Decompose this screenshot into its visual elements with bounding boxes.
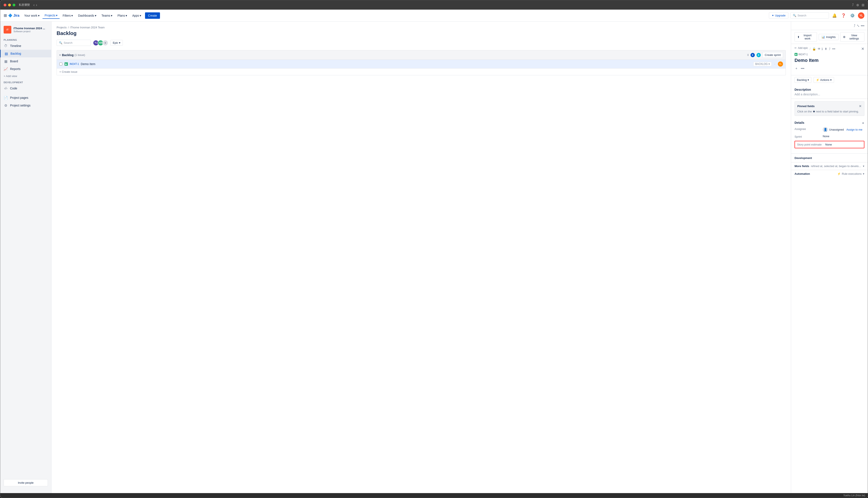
close-button[interactable] bbox=[4, 4, 7, 6]
details-chevron-icon: ▲ bbox=[862, 121, 864, 124]
back-button[interactable]: ‹ bbox=[33, 3, 35, 7]
share-icon[interactable]: ⤴ bbox=[852, 3, 854, 7]
more-fields-row[interactable]: More fields refined at, selected at, beg… bbox=[791, 162, 868, 170]
expand-icon[interactable]: ⤡ bbox=[857, 24, 859, 28]
sidebar-item-project-settings[interactable]: ⚙ Project settings bbox=[0, 102, 51, 109]
automation-label: Automation bbox=[794, 172, 810, 175]
chevron-down-icon: ▾ bbox=[830, 78, 832, 81]
add-epic-link[interactable]: ✏ Add epic bbox=[794, 47, 808, 50]
global-search-bar[interactable]: 🔍 Search bbox=[790, 12, 829, 18]
right-panel: ⤴ ⤡ ••• ⬆ Import work 📊 Insights bbox=[791, 22, 868, 493]
pages-icon: 📄 bbox=[4, 95, 8, 100]
logo-text: 🔷 Jira bbox=[8, 13, 20, 17]
chevron-down-icon: ▾ bbox=[768, 63, 770, 66]
pinned-fields-description: Click on the ★ next to a field label to … bbox=[797, 110, 861, 113]
create-button[interactable]: Create bbox=[145, 12, 160, 19]
nav-dashboards[interactable]: Dashboards ▾ bbox=[76, 13, 99, 18]
panel-top-bar: ⤴ ⤡ ••• bbox=[791, 22, 868, 30]
assignee-label: Assignee bbox=[794, 127, 820, 131]
nav-plans[interactable]: Plans ▾ bbox=[115, 13, 129, 18]
epic-filter-button[interactable]: Epic ▾ bbox=[111, 40, 123, 45]
more-actions-btn[interactable]: ••• bbox=[800, 66, 805, 71]
settings-icon[interactable]: ⚙️ bbox=[849, 12, 856, 19]
search-icon: 🔍 bbox=[793, 14, 796, 17]
issue-title[interactable]: Demo Item bbox=[81, 62, 95, 66]
nav-projects[interactable]: Projects ▾ bbox=[42, 12, 60, 19]
upgrade-button[interactable]: ✦ Upgrade bbox=[769, 12, 788, 18]
top-navigation: ⊞ 🔷 Jira Your work ▾ Projects ▾ Filters … bbox=[0, 10, 868, 22]
chevron-icon: ▾ bbox=[140, 14, 141, 17]
minimize-button[interactable] bbox=[8, 4, 11, 6]
breadcrumb-projects[interactable]: Projects bbox=[56, 26, 67, 29]
nav-filters[interactable]: Filters ▾ bbox=[61, 13, 75, 18]
nav-teams[interactable]: Teams ▾ bbox=[99, 13, 114, 18]
jira-logo[interactable]: ⊞ 🔷 Jira bbox=[4, 13, 20, 18]
issue-actions: BACKLOG ▾ - YL bbox=[753, 62, 783, 67]
issue-status-badge[interactable]: BACKLOG ▾ bbox=[753, 62, 772, 66]
issue-assignee-avatar[interactable]: YL bbox=[778, 62, 783, 67]
code-icon: ‹/› bbox=[4, 86, 8, 91]
window-title: 私密瀏覽 bbox=[19, 3, 30, 7]
edit-icon: ✏ bbox=[794, 47, 797, 50]
insights-button[interactable]: 📊 Insights bbox=[819, 34, 839, 40]
add-field-btn[interactable]: + bbox=[794, 66, 798, 71]
sidebar-item-reports[interactable]: 📈 Reports bbox=[0, 65, 51, 73]
backlog-search[interactable]: 🔍 Search bbox=[56, 40, 91, 46]
upload-icon[interactable]: ⬆ bbox=[825, 47, 827, 51]
invite-people-button[interactable]: Invite people bbox=[4, 479, 48, 486]
story-point-value[interactable]: None bbox=[825, 143, 832, 146]
view-settings-button[interactable]: ⚙ View settings bbox=[840, 32, 864, 42]
import-work-button[interactable]: ⬆ Import work bbox=[794, 32, 817, 42]
nav-apps[interactable]: Apps ▾ bbox=[130, 13, 143, 18]
apps-grid-icon[interactable]: ⊞ bbox=[4, 13, 7, 18]
sidebar-item-project-pages[interactable]: 📄 Project pages bbox=[0, 94, 51, 102]
automation-row[interactable]: Automation ⚡ Rule executions ▾ bbox=[791, 170, 868, 178]
share-icon2[interactable]: ⤴ bbox=[829, 47, 830, 51]
breadcrumb-separator: / bbox=[68, 26, 69, 29]
nav-your-work[interactable]: Your work ▾ bbox=[22, 13, 42, 18]
add-member-filter[interactable]: + bbox=[102, 40, 108, 46]
pinned-fields-close-icon[interactable]: ✕ bbox=[859, 104, 861, 108]
backlog-section-header[interactable]: ▾ Backlog (1 issue) 0 0 0 Create sprint bbox=[56, 50, 786, 60]
sidebar-item-backlog[interactable]: ▤ Backlog bbox=[0, 50, 51, 57]
plus-icon[interactable]: ⊕ bbox=[856, 3, 859, 7]
more-icon[interactable]: ••• bbox=[861, 24, 864, 28]
sidebar-item-timeline[interactable]: ⏱ Timeline bbox=[0, 42, 51, 50]
sprint-value[interactable]: None bbox=[823, 135, 829, 138]
add-view-btn[interactable]: + Add view bbox=[0, 73, 51, 79]
issue-checkbox[interactable] bbox=[59, 63, 62, 66]
notifications-icon[interactable]: 🔔 bbox=[831, 12, 838, 19]
issue-type-indicator: ▶ bbox=[794, 53, 797, 56]
main-layout: iT iThome Ironman 2024 ... Software proj… bbox=[0, 22, 868, 493]
description-section: Description Add a description... bbox=[791, 86, 868, 99]
create-issue-button[interactable]: + Create issue bbox=[56, 68, 786, 75]
user-avatar[interactable]: YL bbox=[858, 12, 864, 19]
maximize-button[interactable] bbox=[13, 4, 15, 6]
forward-button[interactable]: › bbox=[36, 3, 37, 7]
badge-teal: 0 bbox=[756, 53, 761, 57]
more-fields-detail: refined at, selected at, began to develo… bbox=[811, 165, 861, 168]
assign-me-link[interactable]: Assign to me bbox=[846, 128, 863, 131]
create-sprint-button[interactable]: Create sprint bbox=[763, 52, 783, 58]
details-header[interactable]: Details ▲ bbox=[794, 121, 864, 124]
panel-issue-title[interactable]: Demo Item bbox=[794, 57, 864, 63]
grid-icon[interactable]: ⊞ bbox=[861, 3, 864, 7]
breadcrumb-project-name[interactable]: iThome Ironman 2024 Team bbox=[70, 26, 105, 29]
backlog-issue-row[interactable]: ▶ IM24T-1 Demo Item BACKLOG ▾ - YL bbox=[56, 60, 786, 68]
sidebar-item-code[interactable]: ‹/› Code bbox=[0, 84, 51, 92]
more-icon2[interactable]: ••• bbox=[832, 47, 835, 51]
settings-icon: ⚙ bbox=[843, 36, 845, 39]
upgrade-star-icon: ✦ bbox=[772, 14, 774, 17]
close-icon[interactable]: ✕ bbox=[861, 47, 864, 51]
description-title: Description bbox=[794, 88, 864, 91]
sidebar-item-board[interactable]: ▦ Board bbox=[0, 57, 51, 65]
story-point-row[interactable]: Story point estimate None bbox=[794, 141, 864, 148]
share-icon[interactable]: ⤴ bbox=[854, 24, 855, 28]
breadcrumb: Projects / iThome Ironman 2024 Team bbox=[56, 26, 786, 29]
backlog-status-button[interactable]: Backlog ▾ bbox=[794, 77, 812, 83]
actions-button[interactable]: ⚡ Actions ▾ bbox=[814, 77, 834, 83]
issue-id[interactable]: IM24T-1 bbox=[69, 63, 79, 66]
details-section: Details ▲ Assignee 👤 Unassigned Assign t… bbox=[791, 118, 868, 154]
help-icon[interactable]: ❓ bbox=[840, 12, 847, 19]
description-field[interactable]: Add a description... bbox=[794, 93, 864, 96]
